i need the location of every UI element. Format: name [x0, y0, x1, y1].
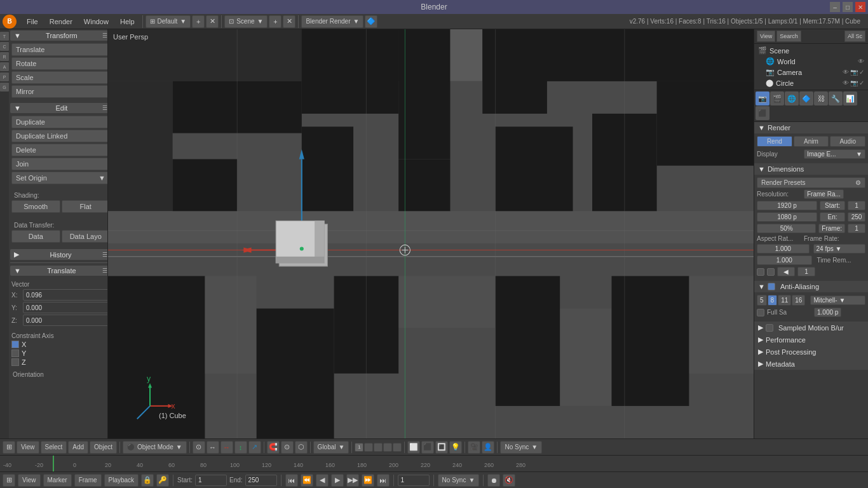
dimensions-section-header[interactable]: ▼ Dimensions — [754, 163, 868, 175]
res-y-btn[interactable]: 1080 p — [757, 212, 817, 222]
x-manipulator-icon[interactable]: ↔ — [220, 441, 233, 454]
shading-rendered-icon[interactable]: 💡 — [449, 441, 462, 454]
view-button[interactable]: View — [757, 30, 775, 42]
layer-3[interactable] — [374, 443, 383, 452]
timeline-type-icon[interactable]: ⊞ — [3, 474, 15, 487]
search-button[interactable]: Search — [776, 30, 801, 42]
select-menu-btn[interactable]: Select — [41, 441, 67, 454]
lock-icon[interactable]: 🔒 — [141, 474, 154, 487]
close-button[interactable]: ✕ — [855, 2, 865, 12]
next-frame-icon[interactable]: ⏩ — [362, 474, 374, 487]
view-menu-btn[interactable]: View — [17, 441, 39, 454]
z-input[interactable] — [23, 315, 108, 326]
start-frame-input[interactable] — [195, 475, 227, 486]
circle-select-icon[interactable]: ✓ — [859, 79, 864, 86]
z-checkbox[interactable] — [11, 358, 19, 366]
window-controls[interactable]: – □ ✕ — [830, 2, 865, 12]
frame-val[interactable]: 1 — [848, 224, 865, 233]
world-properties-icon[interactable]: 🌐 — [785, 92, 799, 105]
play-fwd-icon[interactable]: ▶▶ — [346, 474, 359, 487]
full-sa-toggle[interactable] — [757, 309, 764, 316]
view-btn[interactable]: View — [18, 474, 41, 487]
y-checkbox[interactable] — [11, 349, 19, 357]
render-engine-dropdown[interactable]: Blender Render ▼ — [301, 15, 363, 28]
aa-11[interactable]: 11 — [778, 295, 791, 306]
rotate-button[interactable]: Rotate — [11, 57, 108, 70]
translate-button[interactable]: Translate — [11, 43, 108, 56]
scene-dropdown[interactable]: ⊡ Scene ▼ — [224, 15, 268, 28]
y-manipulator-icon[interactable]: ↕ — [234, 441, 247, 454]
duplicate-button[interactable]: Duplicate — [11, 116, 108, 128]
aspect-x[interactable]: 1.000 — [757, 244, 810, 254]
outliner-camera[interactable]: 📷 Camera 👁 📷 ✓ — [756, 67, 867, 78]
layer-4[interactable] — [383, 443, 392, 452]
layer-5[interactable] — [393, 443, 402, 452]
time-toggle2[interactable] — [767, 268, 775, 276]
camera-select-icon[interactable]: ✓ — [859, 69, 864, 76]
aa-16[interactable]: 16 — [792, 295, 805, 306]
performance-section-header[interactable]: ▶ Performance — [754, 334, 868, 346]
global-dropdown[interactable]: Global ▼ — [313, 441, 349, 454]
object-menu-btn[interactable]: Object — [90, 441, 117, 454]
time-toggle1[interactable] — [757, 268, 764, 276]
viewport-3d[interactable]: User Persp + — [108, 29, 754, 438]
aa-8[interactable]: 8 — [768, 295, 778, 306]
end-value[interactable]: 250 — [848, 212, 865, 222]
pose-icon[interactable]: 👤 — [482, 441, 494, 454]
transform-header[interactable]: ▼ Transform ☰ — [10, 30, 108, 41]
res-x-btn[interactable]: 1920 p — [757, 201, 817, 210]
circle-render-icon[interactable]: 📷 — [850, 79, 858, 86]
create-icon[interactable]: C — [0, 42, 9, 51]
shading-solid-icon[interactable]: ⬛ — [421, 441, 434, 454]
duplicate-linked-button[interactable]: Duplicate Linked — [11, 130, 108, 142]
menu-window[interactable]: Window — [79, 17, 114, 27]
menu-file[interactable]: File — [22, 17, 43, 27]
data-layer-button[interactable]: Data Layo — [62, 230, 109, 243]
key-icon[interactable]: 🔑 — [156, 474, 169, 487]
layout-x-btn[interactable]: ✕ — [206, 15, 219, 28]
z-manipulator-icon[interactable]: ↗ — [248, 441, 261, 454]
constraints-icon[interactable]: ⛓ — [814, 92, 828, 105]
sync-dropdown[interactable]: No Sync ▼ — [500, 441, 542, 454]
relations-icon[interactable]: R — [0, 52, 9, 61]
translate-section-header[interactable]: ▼ Translate ☰ — [10, 266, 108, 276]
mute-icon[interactable]: 🔇 — [503, 474, 515, 487]
add-menu-btn[interactable]: Add — [68, 441, 88, 454]
display-dropdown[interactable]: Image E... ▼ — [804, 149, 865, 159]
scene-properties-icon[interactable]: 🎬 — [770, 92, 784, 105]
time-value[interactable]: 1 — [797, 267, 815, 276]
render-tab-render[interactable]: Rend — [757, 136, 792, 147]
render-presets-btn[interactable]: Render Presets ⚙ — [757, 177, 865, 188]
scene-x-btn[interactable]: ✕ — [283, 15, 295, 28]
play-back-icon[interactable]: ◀ — [316, 474, 329, 487]
join-button[interactable]: Join — [11, 158, 108, 170]
render-tab-anim[interactable]: Anim — [794, 136, 829, 147]
smooth-button[interactable]: Smooth — [11, 200, 60, 213]
render-properties-icon[interactable]: 📷 — [756, 92, 770, 105]
viewport-type-icon[interactable]: ⊞ — [3, 441, 15, 454]
anti-alias-toggle[interactable] — [768, 283, 775, 290]
material-icon[interactable]: ⬛ — [756, 106, 770, 120]
marker-btn[interactable]: Marker — [43, 474, 72, 487]
object-properties-icon[interactable]: 🔷 — [799, 92, 813, 105]
jump-end-icon[interactable]: ⏭ — [377, 474, 390, 487]
anti-alias-section-header[interactable]: ▼ Anti-Aliasing — [754, 281, 868, 292]
fps-dropdown[interactable]: 24 fps ▼ — [813, 244, 866, 254]
set-origin-dropdown[interactable]: Set Origin ▼ — [11, 172, 108, 184]
layout-dropdown[interactable]: ⊞ Default ▼ — [146, 15, 191, 28]
record-icon[interactable]: ⏺ — [487, 474, 500, 487]
circle-visibility-icon[interactable]: 👁 — [843, 79, 849, 86]
y-input[interactable] — [23, 302, 108, 313]
data-button[interactable]: Data — [11, 230, 60, 243]
jump-start-icon[interactable]: ⏮ — [285, 474, 298, 487]
history-header[interactable]: ▶ History ☰ — [10, 249, 108, 260]
layer-2[interactable] — [364, 443, 373, 452]
sampled-motion-toggle[interactable] — [766, 324, 773, 332]
audio-sync-dropdown[interactable]: No Sync ▼ — [438, 474, 480, 487]
maximize-button[interactable]: □ — [843, 2, 853, 12]
scene-plus-btn[interactable]: + — [269, 15, 281, 28]
x-checkbox[interactable] — [11, 341, 19, 348]
camera-visibility-icon[interactable]: 👁 — [843, 69, 849, 76]
end-frame-input[interactable] — [245, 475, 277, 486]
grease-pencil-icon[interactable]: G — [0, 83, 9, 92]
